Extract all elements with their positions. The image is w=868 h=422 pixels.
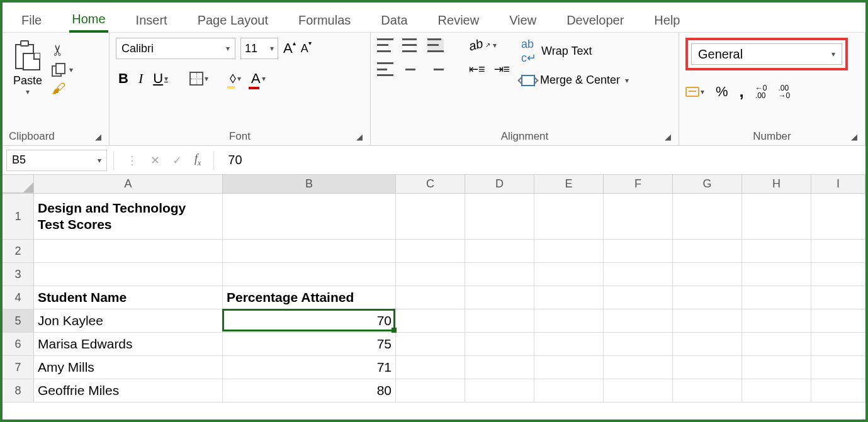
row-header-5[interactable]: 5 bbox=[3, 309, 34, 332]
cut-button[interactable]: ✂ bbox=[52, 42, 73, 59]
cell-E2[interactable] bbox=[534, 240, 604, 262]
dialog-launcher-icon[interactable]: ◢ bbox=[94, 132, 103, 142]
formula-input[interactable]: 70 bbox=[220, 153, 865, 167]
cell-H1[interactable] bbox=[742, 194, 811, 239]
cell-B2[interactable] bbox=[223, 240, 396, 262]
cell-D3[interactable] bbox=[465, 263, 534, 286]
merge-center-button[interactable]: Merge & Center ▾ bbox=[521, 74, 629, 87]
cell-C5[interactable] bbox=[396, 309, 465, 332]
tab-developer[interactable]: Developer bbox=[564, 9, 626, 31]
dialog-launcher-icon[interactable]: ◢ bbox=[850, 132, 859, 142]
cell-F1[interactable] bbox=[604, 194, 673, 239]
enter-button[interactable]: ✓ bbox=[166, 153, 188, 167]
cell-D5[interactable] bbox=[465, 309, 534, 332]
tab-data[interactable]: Data bbox=[378, 9, 410, 31]
cell-A3[interactable] bbox=[34, 263, 223, 286]
tab-view[interactable]: View bbox=[507, 9, 539, 31]
cell-H7[interactable] bbox=[742, 356, 811, 379]
cell-B8[interactable]: 80 bbox=[223, 379, 396, 402]
row-header-1[interactable]: 1 bbox=[3, 194, 34, 239]
cell-C4[interactable] bbox=[396, 286, 465, 309]
cell-H8[interactable] bbox=[742, 379, 811, 402]
decrease-indent-button[interactable]: ⇤≡ bbox=[469, 62, 485, 76]
align-middle-button[interactable] bbox=[402, 38, 419, 52]
tab-help[interactable]: Help bbox=[651, 9, 682, 31]
cell-F6[interactable] bbox=[604, 333, 673, 355]
align-left-button[interactable] bbox=[377, 62, 393, 76]
dialog-launcher-icon[interactable]: ◢ bbox=[663, 132, 672, 142]
name-box[interactable]: B5 ▾ bbox=[6, 150, 107, 171]
cell-F4[interactable] bbox=[604, 286, 673, 309]
cell-C8[interactable] bbox=[396, 379, 465, 402]
cell-E6[interactable] bbox=[534, 333, 604, 355]
cell-I7[interactable] bbox=[811, 356, 865, 379]
cell-E4[interactable] bbox=[534, 286, 604, 309]
align-center-button[interactable] bbox=[402, 62, 419, 76]
cell-F5[interactable] bbox=[604, 309, 673, 332]
paste-button[interactable]: Paste ▾ bbox=[9, 38, 47, 100]
cell-G5[interactable] bbox=[673, 309, 742, 332]
cell-E1[interactable] bbox=[534, 194, 604, 239]
cell-G1[interactable] bbox=[673, 194, 742, 239]
cell-H4[interactable] bbox=[742, 286, 811, 309]
tab-home[interactable]: Home bbox=[69, 8, 108, 33]
cell-B7[interactable]: 71 bbox=[223, 356, 396, 379]
cell-G7[interactable] bbox=[673, 356, 742, 379]
row-header-3[interactable]: 3 bbox=[3, 263, 34, 286]
decrease-font-button[interactable]: A▾ bbox=[301, 42, 312, 55]
font-size-select[interactable]: 11 ▾ bbox=[240, 38, 278, 59]
cell-H2[interactable] bbox=[742, 240, 811, 262]
cell-I4[interactable] bbox=[811, 286, 865, 309]
col-header-G[interactable]: G bbox=[673, 175, 742, 193]
cell-I6[interactable] bbox=[811, 333, 865, 355]
cell-A2[interactable] bbox=[34, 240, 223, 262]
font-name-select[interactable]: Calibri ▾ bbox=[116, 38, 235, 59]
cell-I3[interactable] bbox=[811, 263, 865, 286]
row-header-6[interactable]: 6 bbox=[3, 333, 34, 355]
cell-I2[interactable] bbox=[811, 240, 865, 262]
dialog-launcher-icon[interactable]: ◢ bbox=[355, 132, 364, 142]
col-header-E[interactable]: E bbox=[534, 175, 604, 193]
cell-G8[interactable] bbox=[673, 379, 742, 402]
cell-E7[interactable] bbox=[534, 356, 604, 379]
cancel-button[interactable]: ✕ bbox=[144, 153, 166, 167]
align-right-button[interactable] bbox=[427, 62, 444, 76]
cell-I8[interactable] bbox=[811, 379, 865, 402]
cell-C2[interactable] bbox=[396, 240, 465, 262]
insert-function-button[interactable]: fx bbox=[188, 152, 207, 168]
cell-A8[interactable]: Geoffrie Miles bbox=[34, 379, 223, 402]
orientation-button[interactable]: ab↗▾ bbox=[469, 38, 497, 52]
cell-C6[interactable] bbox=[396, 333, 465, 355]
increase-font-button[interactable]: A▴ bbox=[283, 40, 296, 57]
cell-A5[interactable]: Jon Kaylee bbox=[34, 309, 223, 332]
cell-A4[interactable]: Student Name bbox=[34, 286, 223, 309]
align-top-button[interactable] bbox=[377, 38, 393, 52]
cell-C1[interactable] bbox=[396, 194, 465, 239]
italic-button[interactable]: I bbox=[136, 69, 145, 88]
decrease-decimal-button[interactable]: .00→0 bbox=[778, 84, 790, 99]
cell-I1[interactable] bbox=[811, 194, 865, 239]
row-header-4[interactable]: 4 bbox=[3, 286, 34, 309]
tab-insert[interactable]: Insert bbox=[133, 9, 170, 31]
cell-A7[interactable]: Amy Mills bbox=[34, 356, 223, 379]
cell-G4[interactable] bbox=[673, 286, 742, 309]
cell-G2[interactable] bbox=[673, 240, 742, 262]
cell-C3[interactable] bbox=[396, 263, 465, 286]
copy-button[interactable]: ▾ bbox=[52, 63, 73, 77]
percent-style-button[interactable]: % bbox=[716, 84, 728, 100]
increase-indent-button[interactable]: ⇥≡ bbox=[494, 62, 510, 76]
tab-page-layout[interactable]: Page Layout bbox=[195, 9, 271, 31]
tab-review[interactable]: Review bbox=[436, 9, 482, 31]
font-color-button[interactable]: A▾ bbox=[249, 69, 268, 88]
cell-D6[interactable] bbox=[465, 333, 534, 355]
cell-F2[interactable] bbox=[604, 240, 673, 262]
cell-B5[interactable]: 70 bbox=[223, 309, 396, 332]
format-painter-button[interactable]: 🖌 bbox=[52, 81, 73, 97]
cell-C7[interactable] bbox=[396, 356, 465, 379]
col-header-C[interactable]: C bbox=[396, 175, 465, 193]
comma-style-button[interactable]: , bbox=[740, 82, 744, 101]
cell-I5[interactable] bbox=[811, 309, 865, 332]
row-header-7[interactable]: 7 bbox=[3, 356, 34, 379]
align-bottom-button[interactable] bbox=[427, 38, 444, 52]
col-header-F[interactable]: F bbox=[604, 175, 673, 193]
